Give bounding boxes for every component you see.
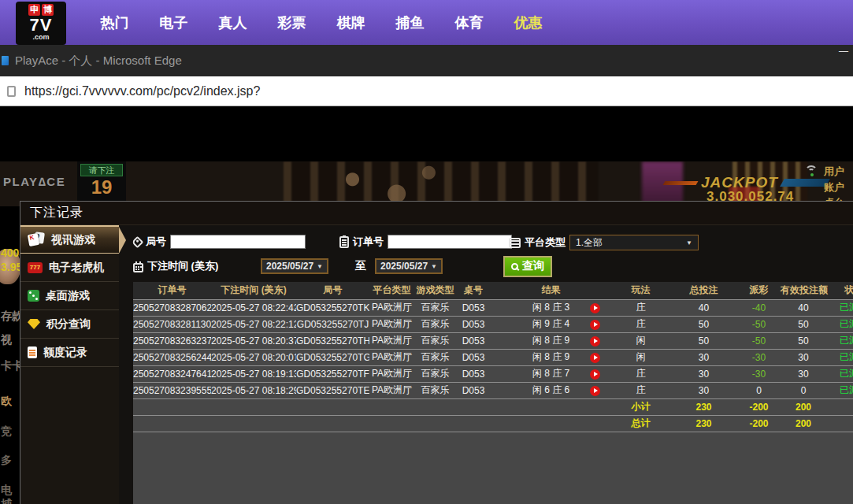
table-row: 2505270832870622025-05-27 08:22:42GD0532… bbox=[133, 299, 853, 316]
sidebar-item-label: 电子老虎机 bbox=[49, 261, 104, 275]
column-header: 桌号 bbox=[456, 282, 491, 299]
cell: 百家乐 bbox=[414, 332, 456, 349]
backdrop-dots bbox=[319, 161, 453, 206]
cell bbox=[133, 415, 611, 432]
table-filler bbox=[133, 432, 853, 504]
column-header: 游戏类型 bbox=[414, 282, 456, 299]
total-label: 小计 bbox=[611, 398, 670, 415]
account-label: 用户 bbox=[824, 164, 844, 180]
date-to-select[interactable]: 2025/05/27 ▼ bbox=[375, 258, 443, 274]
logo-badges: 申 博 bbox=[16, 4, 66, 16]
chevron-down-icon: ▼ bbox=[317, 263, 323, 270]
nav-item[interactable]: 棋牌 bbox=[321, 13, 380, 32]
date-to-value: 2025/05/27 bbox=[380, 261, 428, 272]
site-logo[interactable]: 申 博 7V .com bbox=[16, 2, 66, 45]
sidebar-item-label: 积分查询 bbox=[46, 317, 91, 332]
sidebar-item-tab[interactable]: 积分查询 bbox=[20, 310, 119, 339]
cell: PA欧洲厅 bbox=[369, 332, 414, 349]
nav-item[interactable]: 热门 bbox=[85, 13, 144, 32]
background-fragment: 欧 bbox=[1, 395, 12, 409]
play-icon[interactable] bbox=[590, 336, 600, 346]
round-filter: 局号 bbox=[133, 235, 306, 249]
search-button[interactable]: 查询 bbox=[503, 256, 552, 277]
result-cell: 闲 8 庄 3 bbox=[491, 299, 611, 316]
result-cell: 闲 8 庄 9 bbox=[491, 349, 611, 365]
status-cell: 已派彩 bbox=[826, 332, 853, 349]
column-header: 状态 bbox=[826, 282, 853, 299]
nav-item[interactable]: 真人 bbox=[203, 13, 262, 32]
sidebar-item-active[interactable]: 视讯游戏 bbox=[20, 225, 119, 254]
sidebar-item-tab[interactable]: 桌面游戏 bbox=[20, 282, 119, 310]
sidebar-item-tab[interactable]: 额度记录 bbox=[20, 339, 119, 367]
logo-badge-right: 博 bbox=[42, 4, 54, 16]
tag-icon bbox=[132, 235, 144, 248]
result-text: 闲 9 庄 4 bbox=[532, 318, 569, 329]
background-fragment: 捕 bbox=[1, 498, 12, 504]
play-icon[interactable] bbox=[590, 303, 600, 313]
date-from-select[interactable]: 2025/05/27 ▼ bbox=[261, 258, 328, 274]
filter-bar: 局号 订单号 平台类型 1.全部 ▼ bbox=[133, 233, 853, 279]
status-cell: 已派彩 bbox=[826, 382, 853, 398]
nav-item[interactable]: 彩票 bbox=[262, 13, 321, 32]
column-header: 结果 bbox=[491, 282, 611, 299]
minimize-button[interactable]: — bbox=[839, 46, 848, 57]
column-header: 总投注 bbox=[670, 282, 737, 299]
to-label: 至 bbox=[355, 259, 366, 273]
platform-label: 平台类型 bbox=[525, 235, 566, 250]
cell: 30 bbox=[670, 382, 737, 398]
column-header: 订单号 bbox=[133, 282, 211, 299]
table-row: 2505270832476412025-05-27 08:19:13GD0532… bbox=[133, 365, 853, 382]
column-header: 下注时间 (美东) bbox=[211, 282, 296, 299]
cell: PA欧洲厅 bbox=[369, 382, 414, 398]
browser-titlebar: PlayAce - 个人 - Microsoft Edge — bbox=[0, 45, 853, 76]
round-input[interactable] bbox=[170, 235, 306, 249]
status-cell: 已派彩 bbox=[826, 365, 853, 382]
bet-records-table: 订单号下注时间 (美东)局号平台类型游戏类型桌号结果玩法总投注派彩有效投注额状态… bbox=[133, 282, 853, 504]
sidebar-item-tab[interactable]: 电子老虎机 bbox=[20, 254, 119, 282]
platform-select[interactable]: 1.全部 ▼ bbox=[569, 235, 699, 250]
status-cell: 已派彩 bbox=[826, 349, 853, 365]
cell: 50 bbox=[670, 316, 737, 332]
cell: -50 bbox=[737, 316, 781, 332]
cell: 40 bbox=[781, 299, 826, 316]
play-icon[interactable] bbox=[590, 353, 600, 363]
cell: GD053255270TF bbox=[296, 365, 369, 382]
bet-records-modal: 下注记录 视讯游戏电子老虎机桌面游戏积分查询额度记录 局号 订单号 bbox=[20, 201, 853, 504]
platform-select-value: 1.全部 bbox=[576, 236, 603, 250]
column-header: 派彩 bbox=[737, 282, 781, 299]
result-cell: 闲 8 庄 7 bbox=[491, 365, 611, 382]
order-input[interactable] bbox=[388, 235, 512, 249]
chevron-down-icon: ▼ bbox=[431, 263, 437, 270]
cell: -30 bbox=[737, 365, 781, 382]
cell: 30 bbox=[670, 349, 737, 365]
cell: PA欧洲厅 bbox=[369, 365, 414, 382]
cell: D053 bbox=[456, 299, 491, 316]
cell: 40 bbox=[670, 299, 737, 316]
clipboard-icon bbox=[339, 236, 349, 248]
nav-item[interactable]: 捕鱼 bbox=[380, 13, 439, 32]
filler-cell bbox=[133, 432, 853, 504]
nav-item[interactable]: 电子 bbox=[144, 13, 203, 32]
total-value: 200 bbox=[781, 398, 826, 415]
play-icon[interactable] bbox=[590, 369, 600, 380]
nav-item[interactable]: 优惠 bbox=[499, 13, 558, 32]
result-cell: 闲 6 庄 6 bbox=[491, 382, 611, 398]
column-header: 局号 bbox=[296, 282, 369, 299]
magnifier-icon bbox=[511, 263, 518, 270]
cell: 庄 bbox=[611, 316, 670, 332]
order-label: 订单号 bbox=[353, 235, 384, 249]
search-button-label: 查询 bbox=[522, 259, 544, 273]
nav-item[interactable]: 体育 bbox=[439, 13, 499, 32]
modal-content: 局号 订单号 平台类型 1.全部 ▼ bbox=[119, 225, 853, 504]
result-text: 闲 6 庄 6 bbox=[532, 384, 569, 395]
cell: D053 bbox=[456, 365, 491, 382]
play-icon[interactable] bbox=[590, 386, 600, 396]
edge-tab-icon bbox=[2, 56, 9, 65]
total-value: -200 bbox=[737, 415, 781, 432]
play-icon[interactable] bbox=[590, 320, 600, 330]
cell: D053 bbox=[456, 332, 491, 349]
total-value: -200 bbox=[737, 398, 781, 415]
date-to-group: 2025/05/27 ▼ bbox=[375, 258, 443, 274]
url-text[interactable]: https://gci.7vvvvvv.com/pc/pcv2/index.js… bbox=[24, 84, 260, 98]
cell: 0 bbox=[781, 382, 826, 398]
